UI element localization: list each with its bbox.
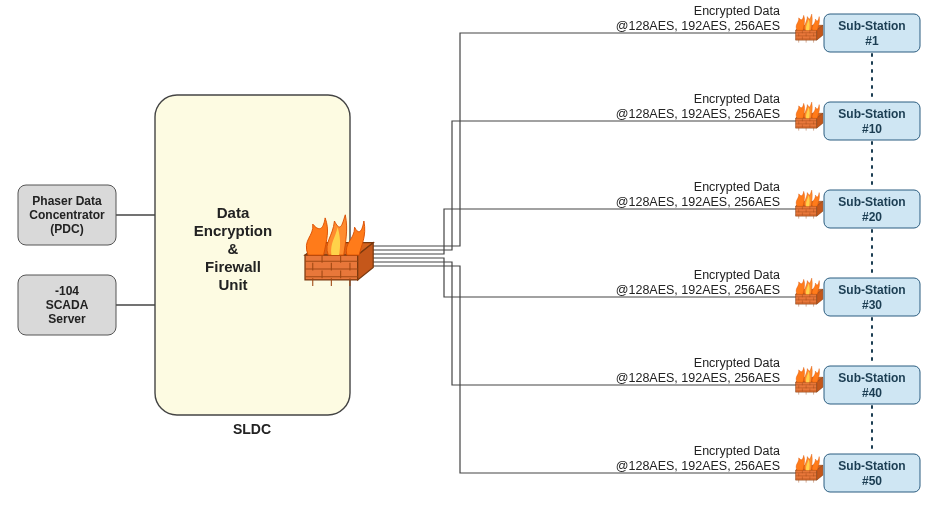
substation-2-l2: #20	[862, 210, 882, 224]
substation-0-l1: Sub-Station	[838, 19, 905, 33]
center-l4: Firewall	[205, 258, 261, 275]
substation-box-2: Sub-Station#20	[824, 190, 920, 228]
branches: Encrypted Data@128AES, 192AES, 256AESSub…	[368, 4, 920, 492]
edge-label-3-l2: @128AES, 192AES, 256AES	[616, 283, 780, 297]
substation-3-l1: Sub-Station	[838, 283, 905, 297]
scada-line3: Server	[48, 312, 86, 326]
substation-0-l2: #1	[865, 34, 879, 48]
architecture-diagram: Phaser Data Concentrator (PDC) -104 SCAD…	[0, 0, 942, 507]
firewall-icon-sub-1	[796, 102, 823, 131]
substation-4-l1: Sub-Station	[838, 371, 905, 385]
edge-label-0-l2: @128AES, 192AES, 256AES	[616, 19, 780, 33]
substation-1-l1: Sub-Station	[838, 107, 905, 121]
sldc-label: SLDC	[233, 421, 271, 437]
center-l1: Data	[217, 204, 250, 221]
center-l5: Unit	[218, 276, 247, 293]
pdc-line1: Phaser Data	[32, 194, 102, 208]
firewall-icon-sub-2	[796, 190, 823, 219]
scada-line2: SCADA	[46, 298, 89, 312]
pdc-line2: Concentrator	[29, 208, 105, 222]
center-l3: &	[228, 240, 239, 257]
substation-box-0: Sub-Station#1	[824, 14, 920, 52]
substation-1-l2: #10	[862, 122, 882, 136]
substation-5-l2: #50	[862, 474, 882, 488]
edge-label-2-l1: Encrypted Data	[694, 180, 780, 194]
substation-5-l1: Sub-Station	[838, 459, 905, 473]
edge-label-2-l2: @128AES, 192AES, 256AES	[616, 195, 780, 209]
scada-box: -104 SCADA Server	[18, 275, 116, 335]
substation-box-5: Sub-Station#50	[824, 454, 920, 492]
firewall-icon-sub-0	[796, 14, 823, 43]
edge-label-5-l1: Encrypted Data	[694, 444, 780, 458]
substation-box-3: Sub-Station#30	[824, 278, 920, 316]
edge-label-4-l2: @128AES, 192AES, 256AES	[616, 371, 780, 385]
edge-label-1-l2: @128AES, 192AES, 256AES	[616, 107, 780, 121]
substation-box-4: Sub-Station#40	[824, 366, 920, 404]
connector-sub-2	[368, 209, 808, 254]
substation-4-l2: #40	[862, 386, 882, 400]
edge-label-0-l1: Encrypted Data	[694, 4, 780, 18]
connector-sub-0	[368, 33, 808, 246]
edge-label-4-l1: Encrypted Data	[694, 356, 780, 370]
substation-box-1: Sub-Station#10	[824, 102, 920, 140]
firewall-icon-sub-3	[796, 278, 823, 307]
center-l2: Encryption	[194, 222, 272, 239]
firewall-icon-sub-4	[796, 366, 823, 395]
pdc-box: Phaser Data Concentrator (PDC)	[18, 185, 116, 245]
scada-line1: -104	[55, 284, 79, 298]
firewall-icon-sub-5	[796, 454, 823, 483]
substation-2-l1: Sub-Station	[838, 195, 905, 209]
pdc-line3: (PDC)	[50, 222, 83, 236]
edge-label-5-l2: @128AES, 192AES, 256AES	[616, 459, 780, 473]
edge-label-1-l1: Encrypted Data	[694, 92, 780, 106]
substation-3-l2: #30	[862, 298, 882, 312]
edge-label-3-l1: Encrypted Data	[694, 268, 780, 282]
